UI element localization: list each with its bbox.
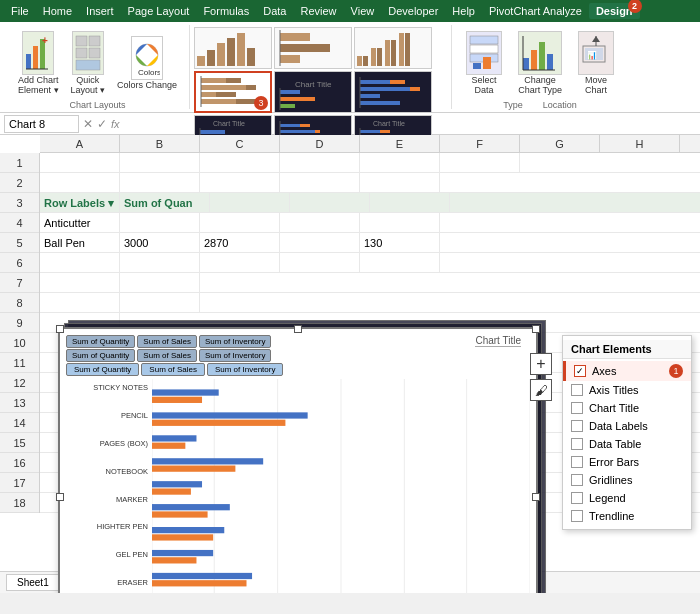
gridlines-checkbox[interactable] xyxy=(571,474,583,486)
data-table-checkbox[interactable] xyxy=(571,438,583,450)
sheet-tab-1[interactable]: Sheet1 xyxy=(6,574,60,591)
cell-a8[interactable] xyxy=(40,293,120,312)
cell-e6[interactable] xyxy=(360,253,440,272)
cell-c1[interactable] xyxy=(200,153,280,172)
handle-top-left[interactable] xyxy=(56,325,64,333)
menu-insert[interactable]: Insert xyxy=(79,3,121,19)
legend-checkbox[interactable] xyxy=(571,492,583,504)
chart-element-data-labels[interactable]: Data Labels xyxy=(563,417,691,435)
cell-a6[interactable] xyxy=(40,253,120,272)
col-header-g[interactable]: G xyxy=(520,135,600,152)
brush-button[interactable]: 🖌 xyxy=(530,379,552,401)
chart-element-chart-title[interactable]: Chart Title xyxy=(563,399,691,417)
row-num-8[interactable]: 8 xyxy=(0,293,39,313)
cell-a3[interactable]: Row Labels ▾ xyxy=(40,193,120,212)
menu-formulas[interactable]: Formulas xyxy=(196,3,256,19)
handle-top-right[interactable] xyxy=(532,325,540,333)
row-num-12[interactable]: 12 xyxy=(0,373,39,393)
handle-mid-right[interactable] xyxy=(532,493,540,501)
menu-file[interactable]: File xyxy=(4,3,36,19)
row-num-3[interactable]: 3 xyxy=(0,193,39,213)
col-header-b[interactable]: B xyxy=(120,135,200,152)
cell-c5[interactable]: 2870 xyxy=(200,233,280,252)
cell-e3[interactable] xyxy=(370,193,450,212)
chart-tab-qty-1[interactable]: Sum of Quantity xyxy=(66,335,135,348)
chart-tab-qty-2[interactable]: Sum of Quantity xyxy=(66,349,135,362)
cell-d2[interactable] xyxy=(280,173,360,192)
cell-d6[interactable] xyxy=(280,253,360,272)
chart-tab-sales-3[interactable]: Sum of Sales xyxy=(141,363,205,376)
error-bars-checkbox[interactable] xyxy=(571,456,583,468)
cell-a7[interactable] xyxy=(40,273,120,292)
quick-layout-button[interactable]: QuickLayout ▾ xyxy=(67,27,110,99)
chart-thumb-2[interactable] xyxy=(274,27,352,69)
chart-thumb-6[interactable] xyxy=(354,71,432,113)
menu-view[interactable]: View xyxy=(344,3,382,19)
move-chart-button[interactable]: 📊 MoveChart xyxy=(574,27,618,99)
row-num-13[interactable]: 13 xyxy=(0,393,39,413)
cell-e2[interactable] xyxy=(360,173,440,192)
row-num-15[interactable]: 15 xyxy=(0,433,39,453)
col-header-i[interactable]: I xyxy=(680,135,700,152)
cell-b8[interactable] xyxy=(120,293,200,312)
row-num-18[interactable]: 18 xyxy=(0,493,39,513)
row-num-14[interactable]: 14 xyxy=(0,413,39,433)
menu-help[interactable]: Help xyxy=(445,3,482,19)
row-num-7[interactable]: 7 xyxy=(0,273,39,293)
chart-main[interactable]: Sum of Quantity Sum of Sales Sum of Inve… xyxy=(58,327,538,593)
row-num-9[interactable]: 9 xyxy=(0,313,39,333)
col-header-h[interactable]: H xyxy=(600,135,680,152)
chart-thumb-3[interactable] xyxy=(354,27,432,69)
menu-pivot-analyze[interactable]: PivotChart Analyze xyxy=(482,3,589,19)
cell-b1[interactable] xyxy=(120,153,200,172)
select-data-button[interactable]: SelectData xyxy=(462,27,506,99)
handle-top-mid[interactable] xyxy=(294,325,302,333)
chart-element-gridlines[interactable]: Gridlines xyxy=(563,471,691,489)
cell-b6[interactable] xyxy=(120,253,200,272)
chart-thumb-5[interactable]: Chart Title xyxy=(274,71,352,113)
row-num-11[interactable]: 11 xyxy=(0,353,39,373)
row-num-5[interactable]: 5 xyxy=(0,233,39,253)
data-labels-checkbox[interactable] xyxy=(571,420,583,432)
cell-b3[interactable]: Sum of Quan xyxy=(120,193,210,212)
cell-d1[interactable] xyxy=(280,153,360,172)
row-num-17[interactable]: 17 xyxy=(0,473,39,493)
chart-tab-sales-2[interactable]: Sum of Sales xyxy=(137,349,197,362)
chart-element-legend[interactable]: Legend xyxy=(563,489,691,507)
row-num-10[interactable]: 10 xyxy=(0,333,39,353)
menu-developer[interactable]: Developer xyxy=(381,3,445,19)
menu-home[interactable]: Home xyxy=(36,3,79,19)
col-header-c[interactable]: C xyxy=(200,135,280,152)
chart-element-axis-titles[interactable]: Axis Titles xyxy=(563,381,691,399)
chart-tab-inv-3[interactable]: Sum of Inventory xyxy=(207,363,283,376)
menu-review[interactable]: Review xyxy=(293,3,343,19)
cell-d5[interactable] xyxy=(280,233,360,252)
chart-tab-inv-2[interactable]: Sum of Inventory xyxy=(199,349,271,362)
col-header-e[interactable]: E xyxy=(360,135,440,152)
cell-a5[interactable]: Ball Pen xyxy=(40,233,120,252)
handle-mid-left[interactable] xyxy=(56,493,64,501)
chart-element-error-bars[interactable]: Error Bars xyxy=(563,453,691,471)
row-num-2[interactable]: 2 xyxy=(0,173,39,193)
row-num-16[interactable]: 16 xyxy=(0,453,39,473)
col-header-a[interactable]: A xyxy=(40,135,120,152)
cell-b7[interactable] xyxy=(120,273,200,292)
menu-page-layout[interactable]: Page Layout xyxy=(121,3,197,19)
chart-thumb-4[interactable]: 3 xyxy=(194,71,272,113)
cell-d4[interactable] xyxy=(280,213,360,232)
menu-design[interactable]: Design 2 xyxy=(589,3,640,19)
chart-tab-qty-3[interactable]: Sum of Quantity xyxy=(66,363,139,376)
cell-a2[interactable] xyxy=(40,173,120,192)
trendline-checkbox[interactable] xyxy=(571,510,583,522)
chart-tab-inv-1[interactable]: Sum of Inventory xyxy=(199,335,271,348)
chart-element-trendline[interactable]: Trendline xyxy=(563,507,691,525)
cell-a4[interactable]: Anticutter xyxy=(40,213,120,232)
cell-e4[interactable] xyxy=(360,213,440,232)
cell-c2[interactable] xyxy=(200,173,280,192)
row-num-6[interactable]: 6 xyxy=(0,253,39,273)
cell-e5[interactable]: 130 xyxy=(360,233,440,252)
cell-a1[interactable] xyxy=(40,153,120,172)
chart-thumb-1[interactable] xyxy=(194,27,272,69)
cell-e1[interactable] xyxy=(360,153,440,172)
axis-titles-checkbox[interactable] xyxy=(571,384,583,396)
